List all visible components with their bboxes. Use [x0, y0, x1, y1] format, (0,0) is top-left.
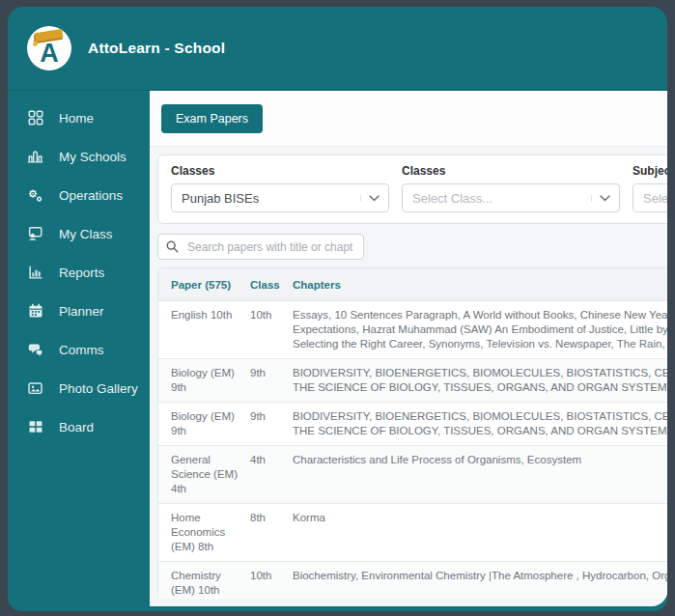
sidebar-item-planner[interactable]: Planner — [8, 292, 150, 330]
table-header-row: Paper (575) Class Chapters — [158, 268, 667, 301]
sidebar-item-label: My Schools — [59, 150, 127, 164]
sidebar-item-label: Board — [59, 420, 94, 434]
photo-icon — [26, 379, 44, 398]
sidebar-item-label: Planner — [59, 304, 104, 319]
sidebar-item-label: Reports — [59, 266, 104, 280]
column-header-class[interactable]: Class — [250, 279, 293, 291]
class-cell: 4th — [250, 453, 293, 496]
filter-select[interactable]: Select Class... — [402, 183, 620, 212]
gears-icon — [26, 186, 44, 205]
filter-select[interactable]: Select Subject... — [633, 183, 667, 212]
sidebar-item-reports[interactable]: Reports — [8, 253, 150, 292]
calendar-icon — [26, 302, 44, 321]
sidebar: Home My Schools Operations My Class Repo… — [8, 91, 150, 611]
paper-cell: Chemistry (EM) 10th — [158, 569, 250, 598]
chevron-down-icon — [360, 195, 380, 202]
body-row: Home My Schools Operations My Class Repo… — [8, 90, 667, 611]
chapters-cell: BIODIVERSITY, BIOENERGETICS, BIOMOLECULE… — [293, 366, 667, 395]
table-row[interactable]: English 10th 10th Essays, 10 Sentences P… — [158, 301, 667, 359]
filter-select-value: Select Class... — [412, 191, 492, 206]
app-header: A AttoLearn - School — [8, 7, 667, 90]
filter-select-value: Punjab BISEs — [182, 191, 259, 206]
dashboard-grid-icon — [26, 109, 44, 127]
column-header-chapters[interactable]: Chapters — [293, 279, 667, 291]
paper-cell: General Science (EM) 4th — [158, 453, 250, 496]
filter-group-classes-1: Classes Select Class... — [402, 164, 620, 212]
sidebar-item-home[interactable]: Home — [8, 98, 150, 137]
chapters-line: THE SCIENCE OF BIOLOGY, TISSUES, ORGANS,… — [293, 424, 667, 438]
filter-label: Subject — [633, 164, 667, 179]
school-building-icon — [26, 148, 44, 166]
sidebar-item-label: Photo Gallery — [59, 381, 138, 396]
chapters-line: BIODIVERSITY, BIOENERGETICS, BIOMOLECULE… — [293, 366, 667, 380]
chapters-cell: Korma — [293, 511, 667, 554]
class-cell: 9th — [250, 409, 293, 438]
chapters-cell: Characteristics and Life Process of Orga… — [293, 453, 667, 496]
chapters-line: Characteristics and Life Process of Orga… — [293, 453, 667, 467]
main-content: Exam Papers Classes Punjab BISEs Classes… — [150, 91, 667, 606]
paper-cell: English 10th — [158, 308, 250, 351]
search-input[interactable] — [185, 239, 355, 255]
sidebar-item-comms[interactable]: Comms — [8, 330, 150, 369]
chapters-line: Essays, 10 Sentences Paragraph, A World … — [293, 308, 667, 322]
table-row[interactable]: Biology (EM) 9th 9th BIODIVERSITY, BIOEN… — [158, 359, 667, 403]
sidebar-item-my-schools[interactable]: My Schools — [8, 137, 150, 176]
person-board-icon — [26, 225, 44, 243]
exam-papers-button[interactable]: Exam Papers — [161, 104, 263, 133]
filter-select-value: Select Subject... — [643, 191, 667, 206]
paper-cell: Biology (EM) 9th — [158, 366, 250, 395]
toolbar: Exam Papers — [150, 91, 667, 147]
chapters-line: Expectations, Hazrat Muhammad (SAW) An E… — [293, 322, 667, 337]
table-row[interactable]: General Science (EM) 4th 4th Characteris… — [158, 446, 667, 504]
filter-group-subject-2: Subject Select Subject... — [633, 164, 667, 212]
table-body: English 10th 10th Essays, 10 Sentences P… — [158, 301, 667, 599]
sidebar-item-label: My Class — [59, 227, 113, 241]
sidebar-item-photo-gallery[interactable]: Photo Gallery — [8, 369, 150, 407]
class-cell: 10th — [250, 308, 293, 351]
window-frame: A AttoLearn - School Home My Schools Ope… — [0, 0, 675, 616]
app-logo: A — [27, 26, 71, 70]
filter-label: Classes — [402, 164, 620, 179]
chevron-down-icon — [591, 195, 610, 202]
sidebar-item-operations[interactable]: Operations — [8, 176, 150, 214]
table-row[interactable]: Home Economics (EM) 8th 8th Korma — [158, 504, 667, 562]
app-window: A AttoLearn - School Home My Schools Ope… — [8, 7, 667, 611]
class-cell: 9th — [250, 366, 293, 395]
content-area: Classes Punjab BISEs Classes Select Clas… — [150, 147, 667, 606]
bar-chart-icon — [26, 264, 44, 282]
class-cell: 8th — [250, 511, 293, 554]
chapters-cell: Essays, 10 Sentences Paragraph, A World … — [293, 308, 667, 351]
paper-cell: Home Economics (EM) 8th — [158, 511, 250, 554]
sidebar-item-label: Operations — [59, 188, 123, 203]
sidebar-item-label: Comms — [59, 343, 104, 357]
tassel-icon — [34, 35, 36, 43]
papers-table: Paper (575) Class Chapters English 10th … — [157, 267, 667, 599]
chapters-cell: BIODIVERSITY, BIOENERGETICS, BIOMOLECULE… — [293, 409, 667, 438]
sidebar-item-my-class[interactable]: My Class — [8, 214, 150, 253]
search-icon — [166, 240, 179, 253]
filters-card: Classes Punjab BISEs Classes Select Clas… — [157, 154, 667, 224]
chapters-line: Biochemistry, Environmental Chemistry |T… — [293, 569, 667, 583]
table-row[interactable]: Chemistry (EM) 10th 10th Biochemistry, E… — [158, 562, 667, 599]
chapters-cell: Biochemistry, Environmental Chemistry |T… — [293, 569, 667, 598]
table-row[interactable]: Biology (EM) 9th 9th BIODIVERSITY, BIOEN… — [158, 403, 667, 446]
chapters-line: BIODIVERSITY, BIOENERGETICS, BIOMOLECULE… — [293, 409, 667, 424]
paper-cell: Biology (EM) 9th — [158, 409, 250, 438]
column-header-paper[interactable]: Paper (575) — [158, 279, 250, 291]
board-grid-icon — [26, 418, 44, 436]
chapters-line: Selecting the Right Career, Synonyms, Te… — [293, 337, 667, 351]
class-cell: 10th — [250, 569, 293, 598]
filter-label: Classes — [171, 164, 389, 179]
chapters-line: Korma — [293, 511, 667, 525]
app-title: AttoLearn - School — [88, 40, 225, 57]
search-box[interactable] — [157, 234, 364, 260]
sidebar-item-board[interactable]: Board — [8, 407, 150, 446]
chat-bubbles-icon — [26, 341, 44, 359]
sidebar-item-label: Home — [59, 111, 94, 126]
filter-group-classes-0: Classes Punjab BISEs — [171, 164, 389, 212]
chapters-line: THE SCIENCE OF BIOLOGY, TISSUES, ORGANS,… — [293, 380, 667, 395]
filter-select[interactable]: Punjab BISEs — [171, 183, 389, 212]
